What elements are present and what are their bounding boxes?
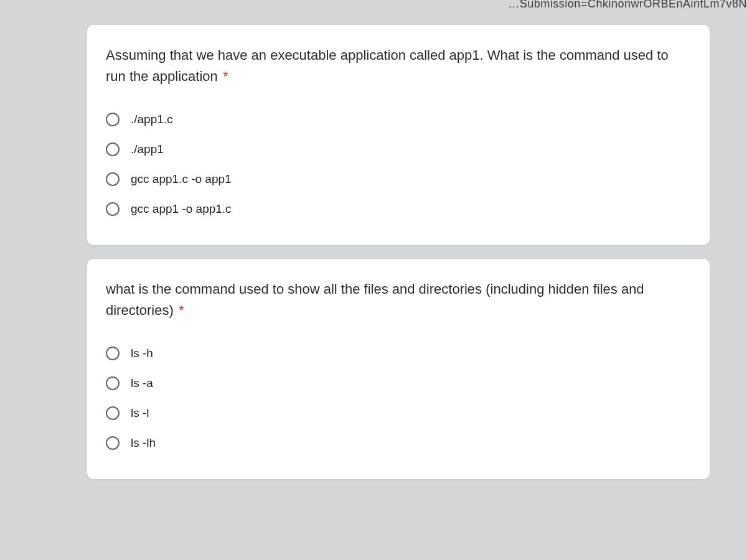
form-page: Assuming that we have an executable appl… (0, 0, 747, 479)
q2-option-4-label: ls -lh (131, 436, 156, 450)
question-2-prompt: what is the command used to show all the… (106, 281, 644, 318)
q2-option-3-label: ls -l (131, 406, 149, 420)
radio-icon (106, 406, 120, 420)
radio-icon (106, 172, 120, 186)
q1-option-1[interactable]: ./app1.c (106, 105, 691, 134)
radio-icon (106, 142, 120, 156)
url-fragment: …Submission=ChkinonwrORBEnAintLm7v8N (508, 0, 747, 11)
radio-icon (106, 376, 120, 390)
q2-option-1[interactable]: ls -h (106, 338, 691, 368)
q1-option-4-label: gcc app1 -o app1.c (131, 202, 232, 216)
question-1-prompt: Assuming that we have an executable appl… (106, 47, 669, 84)
required-asterisk: * (223, 68, 228, 84)
question-2-text: what is the command used to show all the… (106, 279, 691, 321)
q2-option-2[interactable]: ls -a (106, 368, 691, 398)
q1-option-3[interactable]: gcc app1.c -o app1 (106, 164, 691, 194)
radio-icon (106, 347, 120, 360)
question-2-options: ls -h ls -a ls -l ls -lh (106, 338, 691, 458)
radio-icon (106, 202, 120, 216)
radio-icon (106, 113, 120, 126)
q2-option-3[interactable]: ls -l (106, 398, 691, 428)
radio-icon (106, 436, 120, 450)
q2-option-1-label: ls -h (131, 347, 153, 360)
question-1-options: ./app1.c ./app1 gcc app1.c -o app1 gcc a… (106, 105, 691, 224)
question-card-2: what is the command used to show all the… (87, 259, 710, 479)
q1-option-4[interactable]: gcc app1 -o app1.c (106, 194, 691, 224)
required-asterisk: * (179, 302, 184, 318)
q1-option-3-label: gcc app1.c -o app1 (131, 172, 232, 186)
q1-option-1-label: ./app1.c (131, 113, 173, 126)
question-1-text: Assuming that we have an executable appl… (106, 45, 691, 87)
question-card-1: Assuming that we have an executable appl… (87, 25, 710, 245)
q2-option-4[interactable]: ls -lh (106, 428, 691, 458)
q1-option-2[interactable]: ./app1 (106, 134, 691, 164)
q1-option-2-label: ./app1 (131, 142, 164, 156)
q2-option-2-label: ls -a (131, 376, 153, 390)
